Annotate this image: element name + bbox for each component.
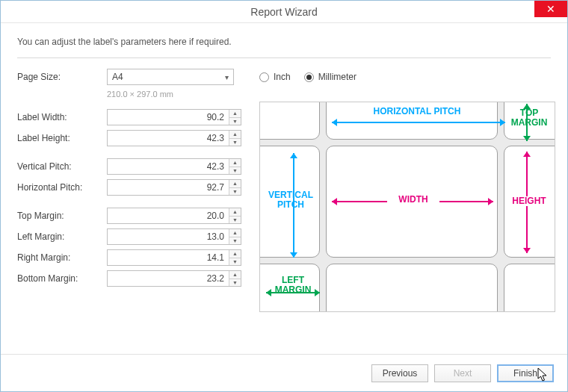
bottom-margin-spinner[interactable]: ▲▼ — [107, 270, 241, 287]
titlebar: Report Wizard ✕ — [1, 1, 567, 23]
horizontal-pitch-label: Horizontal Pitch: — [17, 182, 107, 193]
unit-mm-label: Millimeter — [318, 72, 356, 82]
spin-down-icon[interactable]: ▼ — [229, 118, 241, 125]
finish-button[interactable]: Finish — [497, 364, 554, 382]
spin-up-icon[interactable]: ▲ — [229, 110, 241, 118]
label-width-input[interactable] — [108, 110, 229, 125]
wizard-footer: Previous Next Finish — [1, 354, 567, 391]
top-margin-label: Top Margin: — [17, 211, 107, 221]
label-width-spinner[interactable]: ▲▼ — [107, 109, 241, 125]
parameters-form: Page Size: A4 ▾ 210.0 × 297.0 mm Label W… — [17, 69, 241, 312]
close-icon: ✕ — [546, 3, 555, 15]
spin-down-icon[interactable]: ▼ — [229, 188, 241, 196]
unit-inch-label: Inch — [274, 72, 291, 82]
radio-icon — [259, 72, 269, 82]
bottom-margin-label: Bottom Margin: — [17, 273, 107, 284]
spin-up-icon[interactable]: ▲ — [229, 180, 241, 188]
unit-inch-radio[interactable]: Inch — [259, 72, 291, 82]
bottom-margin-input[interactable] — [108, 271, 229, 286]
label-height-input[interactable] — [108, 131, 229, 146]
spin-down-icon[interactable]: ▼ — [229, 139, 241, 146]
spin-down-icon[interactable]: ▼ — [229, 258, 241, 266]
intro-text: You can adjust the label's parameters he… — [17, 37, 551, 47]
page-size-dimensions: 210.0 × 297.0 mm — [107, 90, 234, 99]
top-margin-input[interactable] — [108, 208, 229, 223]
next-button: Next — [434, 364, 491, 382]
report-wizard-window: Report Wizard ✕ You can adjust the label… — [0, 0, 568, 392]
page-size-value: A4 — [108, 72, 220, 82]
horizontal-pitch-arrow — [332, 122, 505, 123]
spin-up-icon[interactable]: ▲ — [229, 271, 241, 279]
unit-millimeter-radio[interactable]: Millimeter — [304, 72, 356, 82]
label-height-spinner[interactable]: ▲▼ — [107, 130, 241, 146]
horizontal-pitch-text: HORIZONTAL PITCH — [365, 107, 469, 116]
vertical-pitch-label: Vertical Pitch: — [17, 161, 107, 172]
right-margin-spinner[interactable]: ▲▼ — [107, 249, 241, 266]
left-margin-text: LEFT MARGIN — [269, 276, 317, 295]
label-width-label: Label Width: — [17, 112, 107, 122]
label-layout-preview: HORIZONTAL PITCH TOP MARGIN VERTICAL PIT… — [259, 102, 555, 312]
spin-down-icon[interactable]: ▼ — [229, 237, 241, 245]
spin-up-icon[interactable]: ▲ — [229, 131, 241, 139]
spin-up-icon[interactable]: ▲ — [229, 208, 241, 217]
left-margin-spinner[interactable]: ▲▼ — [107, 228, 241, 245]
label-height-label: Label Height: — [17, 133, 107, 143]
height-text: HEIGHT — [508, 196, 550, 206]
preview-label-rect — [259, 102, 320, 140]
page-size-label: Page Size: — [17, 72, 107, 82]
page-size-select[interactable]: A4 ▾ — [107, 69, 234, 85]
top-margin-spinner[interactable]: ▲▼ — [107, 208, 241, 224]
separator — [17, 57, 551, 58]
spin-down-icon[interactable]: ▼ — [229, 217, 241, 224]
spin-up-icon[interactable]: ▲ — [229, 250, 241, 258]
right-margin-input[interactable] — [108, 250, 229, 265]
left-margin-input[interactable] — [108, 229, 229, 244]
close-button[interactable]: ✕ — [534, 1, 567, 17]
horizontal-pitch-input[interactable] — [108, 180, 229, 195]
preview-column: Inch Millimeter — [259, 69, 555, 312]
chevron-down-icon: ▾ — [220, 73, 233, 81]
preview-label-rect — [504, 264, 555, 312]
spin-up-icon[interactable]: ▲ — [229, 229, 241, 237]
left-margin-label: Left Margin: — [17, 231, 107, 242]
previous-button[interactable]: Previous — [371, 364, 428, 382]
width-text: WIDTH — [387, 195, 439, 205]
vertical-pitch-spinner[interactable]: ▲▼ — [107, 158, 241, 175]
horizontal-pitch-spinner[interactable]: ▲▼ — [107, 179, 241, 196]
unit-select-group: Inch Millimeter — [259, 69, 555, 85]
spin-up-icon[interactable]: ▲ — [229, 159, 241, 167]
right-margin-label: Right Margin: — [17, 252, 107, 263]
preview-label-rect — [326, 264, 498, 312]
vertical-pitch-text: VERTICAL PITCH — [265, 190, 317, 210]
radio-icon — [304, 72, 314, 82]
spin-down-icon[interactable]: ▼ — [229, 167, 241, 175]
window-title: Report Wizard — [250, 6, 317, 18]
spin-down-icon[interactable]: ▼ — [229, 279, 241, 287]
top-margin-text: TOP MARGIN — [508, 108, 550, 128]
vertical-pitch-input[interactable] — [108, 159, 229, 174]
